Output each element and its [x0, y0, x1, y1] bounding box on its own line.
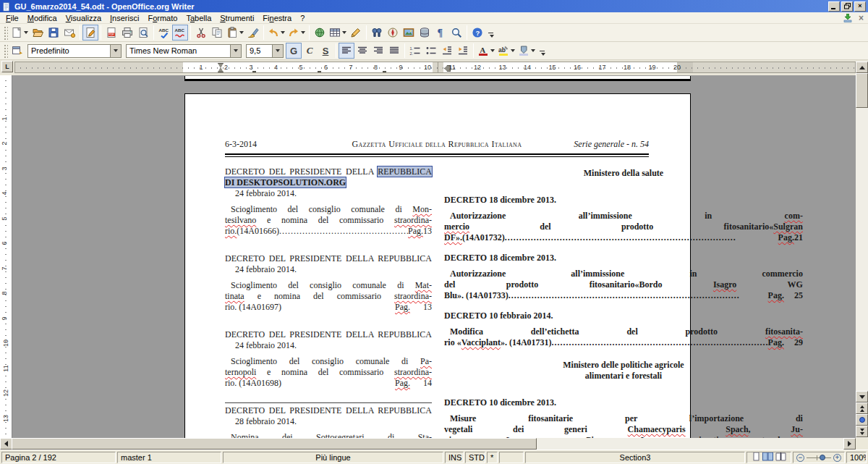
italic-button[interactable]: C: [302, 43, 318, 59]
cut-button[interactable]: [193, 25, 209, 41]
align-right-button[interactable]: [370, 43, 386, 59]
selection-mode-status[interactable]: STD: [465, 452, 485, 463]
toolbar-options-button[interactable]: [538, 43, 546, 58]
page-style-status[interactable]: master 1: [117, 452, 221, 463]
horizontal-ruler[interactable]: 1234567891011121314151617181920: [14, 62, 856, 73]
copy-button[interactable]: [209, 25, 225, 41]
bold-button[interactable]: G: [286, 43, 302, 59]
font-color-button[interactable]: A: [476, 43, 496, 59]
book-view-button[interactable]: [775, 452, 786, 463]
menu-inserisci[interactable]: Inserisci: [106, 13, 143, 23]
scroll-down-button[interactable]: [856, 391, 868, 402]
highlighting-button[interactable]: ab: [496, 43, 516, 59]
indent-increase-button[interactable]: [455, 43, 471, 59]
email-button[interactable]: [61, 25, 77, 41]
zoom-percentage[interactable]: 100%: [846, 452, 867, 463]
align-left-button[interactable]: [339, 43, 354, 59]
page-number-status[interactable]: Pagina 2 / 192: [1, 452, 116, 463]
zoom-in-button[interactable]: +: [833, 454, 841, 462]
single-page-view-button[interactable]: [752, 452, 760, 463]
tab-stop-marker[interactable]: [252, 71, 256, 73]
redo-dropdown-arrow[interactable]: [301, 31, 305, 34]
update-available-icon[interactable]: [843, 14, 853, 22]
zoom-slider-thumb[interactable]: [820, 455, 825, 460]
open-button[interactable]: [30, 25, 46, 41]
find-replace-button[interactable]: [369, 25, 385, 41]
font-size-dropdown[interactable]: [272, 45, 283, 57]
font-size-combo[interactable]: 9,5: [246, 44, 284, 58]
bullet-list-button[interactable]: [423, 43, 439, 59]
highlighting-dropdown-arrow[interactable]: [511, 49, 515, 52]
next-page-button[interactable]: [856, 426, 868, 437]
spellcheck-button[interactable]: ABC: [156, 25, 172, 41]
tab-stop-marker[interactable]: [383, 71, 386, 73]
styles-formatting-button[interactable]: [9, 43, 25, 59]
font-color-dropdown-arrow[interactable]: [490, 49, 495, 52]
toolbar-grip[interactable]: [3, 43, 8, 58]
draw-functions-button[interactable]: [348, 25, 364, 41]
signature-status[interactable]: [499, 452, 524, 463]
document-workspace[interactable]: 12345678910111213 6-3-2014 Gazzetta Uffi…: [0, 75, 856, 438]
scroll-up-button[interactable]: [856, 62, 868, 73]
table-button[interactable]: [328, 25, 348, 41]
horizontal-scroll-thumb[interactable]: [12, 438, 537, 450]
scroll-left-button[interactable]: [0, 438, 12, 450]
menu-tabella[interactable]: Tabella: [182, 13, 216, 23]
underline-button[interactable]: S: [318, 43, 333, 59]
toolbar-options-button[interactable]: [487, 25, 495, 40]
print-button[interactable]: [119, 25, 135, 41]
navigator-button[interactable]: [385, 25, 401, 41]
toolbar-grip[interactable]: [3, 25, 8, 40]
language-status[interactable]: Più lingue: [223, 452, 443, 463]
paragraph-style-combo[interactable]: Predefinito: [27, 44, 122, 58]
tab-type-selector[interactable]: L: [1, 61, 13, 72]
menu-file[interactable]: File: [1, 13, 23, 23]
paste-dropdown-arrow[interactable]: [239, 31, 244, 34]
format-paintbrush-button[interactable]: [245, 25, 261, 41]
align-center-button[interactable]: [354, 43, 370, 59]
font-name-dropdown[interactable]: [230, 45, 241, 57]
table-dropdown-arrow[interactable]: [342, 31, 346, 34]
menu-finestra[interactable]: Finestra: [258, 13, 296, 23]
undo-dropdown-arrow[interactable]: [281, 31, 285, 34]
save-button[interactable]: [46, 25, 61, 41]
gallery-button[interactable]: [401, 25, 417, 41]
numbered-list-button[interactable]: 1.2.: [407, 43, 423, 59]
left-column[interactable]: DECRETO DEL PRESIDENTE DELLA REPUBBLICAD…: [225, 164, 432, 438]
help-button[interactable]: ?: [469, 25, 485, 41]
vertical-ruler[interactable]: 12345678910111213: [0, 75, 12, 438]
horizontal-scrollbar[interactable]: [0, 438, 856, 450]
formatting-marks-button[interactable]: ¶: [433, 25, 448, 41]
new-document-button[interactable]: [9, 25, 30, 41]
hyperlink-button[interactable]: [312, 25, 328, 41]
font-name-combo[interactable]: Times New Roman: [126, 44, 242, 58]
scroll-right-button[interactable]: [843, 438, 856, 450]
zoom-out-button[interactable]: −: [796, 454, 804, 462]
close-button[interactable]: ×: [854, 1, 866, 12]
background-color-button[interactable]: [516, 43, 537, 59]
menu-?[interactable]: ?: [296, 13, 309, 23]
insert-mode-status[interactable]: INS: [445, 452, 464, 463]
modified-status[interactable]: *: [487, 452, 498, 463]
menu-modifica[interactable]: Modifica: [23, 13, 61, 23]
auto-spellcheck-button[interactable]: ABC: [172, 25, 188, 41]
vertical-scrollbar[interactable]: [856, 62, 868, 438]
navigation-button[interactable]: [856, 414, 868, 426]
right-column[interactable]: Ministero della saluteDECRETO 18 dicembr…: [444, 164, 803, 438]
export-pdf-button[interactable]: PDF: [103, 25, 119, 41]
data-sources-button[interactable]: [417, 25, 433, 41]
paragraph-style-dropdown[interactable]: [110, 45, 121, 57]
paste-button[interactable]: [225, 25, 245, 41]
zoom-button[interactable]: [448, 25, 464, 41]
background-color-dropdown-arrow[interactable]: [531, 49, 535, 52]
new-document-dropdown-arrow[interactable]: [24, 31, 28, 34]
page-preview-button[interactable]: [135, 25, 151, 41]
section-status[interactable]: Section3: [525, 452, 745, 463]
undo-button[interactable]: [266, 25, 286, 41]
edit-file-button[interactable]: [82, 25, 98, 41]
align-justify-button[interactable]: [386, 43, 402, 59]
vertical-scroll-thumb[interactable]: [856, 73, 868, 108]
close-document-icon[interactable]: ×: [859, 14, 864, 22]
redo-button[interactable]: [286, 25, 307, 41]
menu-formato[interactable]: Formato: [143, 13, 182, 23]
